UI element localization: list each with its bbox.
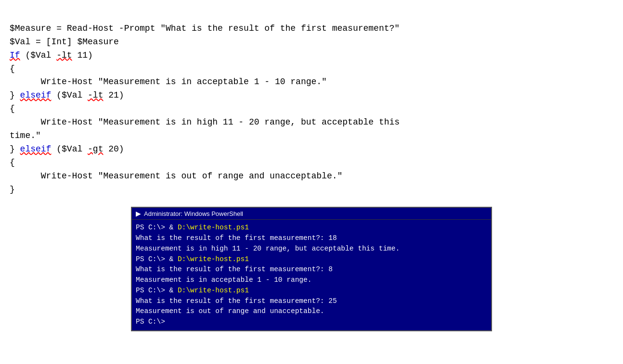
- terminal-title: Administrator: Windows PowerShell: [144, 210, 243, 217]
- code-line-12: Write-Host "Measurement is out of range …: [10, 171, 342, 181]
- prompt-prefix-1: PS C:\> &: [136, 224, 178, 231]
- terminal-line-10: PS C:\>: [136, 317, 487, 327]
- terminal-line-9: Measurement is out of range and unaccept…: [136, 306, 487, 317]
- terminal-line-7: PS C:\> & D:\write-host.ps1: [136, 286, 487, 296]
- code-line-5: Write-Host "Measurement is in acceptable…: [10, 77, 327, 87]
- terminal-body: PS C:\> & D:\write-host.ps1 What is the …: [132, 220, 491, 330]
- code-line-8: Write-Host "Measurement is in high 11 - …: [10, 117, 400, 127]
- operator-lt2: -lt: [88, 90, 103, 100]
- operator-gt: -gt: [88, 144, 103, 154]
- terminal-line-6: Measurement is in acceptable 1 - 10 rang…: [136, 275, 487, 286]
- code-line-11: {: [10, 158, 15, 167]
- prompt-prefix-3: PS C:\> &: [136, 287, 178, 294]
- code-line-7: {: [10, 104, 15, 113]
- code-line-9: time.": [10, 131, 41, 140]
- terminal-wrapper: ▶ Administrator: Windows PowerShell PS C…: [0, 207, 623, 341]
- terminal-window: ▶ Administrator: Windows PowerShell PS C…: [131, 207, 492, 331]
- code-line-6: } elseif ($Val -lt 21): [10, 90, 124, 100]
- terminal-line-1: PS C:\> & D:\write-host.ps1: [136, 223, 487, 233]
- powershell-icon: ▶: [136, 210, 141, 217]
- terminal-line-2: What is the result of the first measurem…: [136, 233, 487, 244]
- keyword-if: If: [10, 50, 20, 60]
- prompt-cmd-2: D:\write-host.ps1: [178, 255, 249, 263]
- prompt-prefix-2: PS C:\> &: [136, 255, 178, 263]
- terminal-line-3: Measurement is in high 11 - 20 range, bu…: [136, 244, 487, 254]
- code-line-2: $Val = [Int] $Measure: [10, 37, 119, 47]
- code-line-13: }: [10, 185, 15, 194]
- code-line-10: } elseif ($Val -gt 20): [10, 144, 124, 154]
- keyword-elseif2: elseif: [20, 144, 52, 154]
- terminal-line-5: What is the result of the first measurem…: [136, 264, 487, 275]
- code-block: $Measure = Read-Host -Prompt "What is th…: [0, 0, 623, 205]
- prompt-cmd-1: D:\write-host.ps1: [178, 224, 249, 231]
- keyword-elseif1: elseif: [20, 90, 52, 100]
- operator-lt1: -lt: [56, 50, 72, 60]
- code-line-4: {: [10, 64, 15, 74]
- code-line-1: $Measure = Read-Host -Prompt "What is th…: [10, 24, 400, 33]
- prompt-cmd-3: D:\write-host.ps1: [178, 287, 249, 294]
- terminal-line-4: PS C:\> & D:\write-host.ps1: [136, 254, 487, 265]
- code-line-3: If ($Val -lt 11): [10, 50, 93, 60]
- terminal-line-8: What is the result of the first measurem…: [136, 296, 487, 307]
- terminal-titlebar: ▶ Administrator: Windows PowerShell: [132, 208, 491, 220]
